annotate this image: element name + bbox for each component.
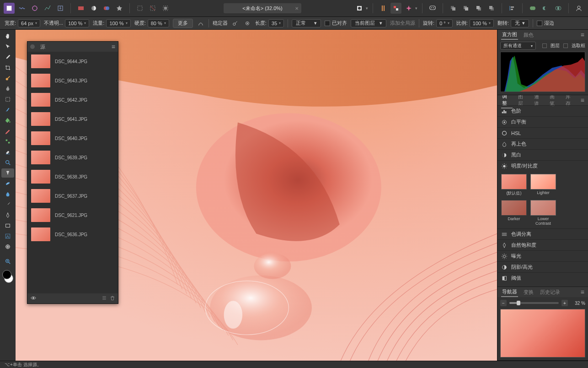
source-item[interactable]: DSC_9638.JPG xyxy=(27,167,118,186)
arrange-back-icon[interactable] xyxy=(448,3,459,14)
assistant-icon[interactable] xyxy=(403,3,414,14)
opacity-input[interactable]: 100 %▾ xyxy=(65,19,89,27)
preset-item[interactable]: Darker xyxy=(501,200,527,226)
tab-navigator[interactable]: 导航器 xyxy=(501,287,518,297)
rotate-input[interactable]: 0 °▾ xyxy=(436,19,453,27)
adjustment-item[interactable]: 阴影/高光 xyxy=(497,261,588,272)
panel-menu-icon[interactable]: ≡ xyxy=(112,43,115,50)
persona-photo-icon[interactable] xyxy=(4,3,15,14)
panel-menu-icon[interactable]: ≡ xyxy=(581,31,584,38)
hardness-input[interactable]: 80 %▾ xyxy=(148,19,169,27)
color-swatches[interactable] xyxy=(1,270,14,283)
stabilizer-rope-icon[interactable] xyxy=(231,19,240,27)
source-item[interactable]: DSC_9621.JPG xyxy=(27,206,118,225)
tab-histogram[interactable]: 直方图 xyxy=(501,30,518,40)
adjustment-item[interactable]: 曝光 xyxy=(497,250,588,261)
source-item[interactable]: DSC_9641.JPG xyxy=(27,109,118,129)
selection-brush-icon[interactable] xyxy=(1,74,14,83)
quickmask-icon[interactable] xyxy=(354,3,365,14)
autolevels-icon[interactable] xyxy=(88,3,99,14)
blur-tool-icon[interactable] xyxy=(1,189,14,199)
source-item[interactable]: DSC_9637.JPG xyxy=(27,186,118,206)
visibility-icon[interactable] xyxy=(30,295,37,302)
mesh-tool-icon[interactable] xyxy=(1,242,14,251)
colorpicker-tool-icon[interactable] xyxy=(1,53,14,62)
zoom2-tool-icon[interactable] xyxy=(1,257,14,266)
adjustment-item[interactable]: HSL xyxy=(497,127,588,138)
selection-checkbox[interactable] xyxy=(563,43,568,48)
adjustment-item[interactable]: 明度/对比度 xyxy=(497,160,588,171)
arrange-front-icon[interactable] xyxy=(486,3,497,14)
navigator-preview[interactable] xyxy=(500,309,585,357)
global-source-button[interactable]: 添加全局源 xyxy=(390,20,415,27)
panel-menu-icon[interactable]: ≡ xyxy=(581,97,584,104)
invertselect-icon[interactable] xyxy=(160,3,171,14)
persona-export-icon[interactable] xyxy=(55,3,66,14)
width-input[interactable]: 64 px▾ xyxy=(18,19,40,27)
persona-tonemap-icon[interactable] xyxy=(42,3,53,14)
source-item[interactable]: DSC_9642.JPG xyxy=(27,90,118,109)
deselect-icon[interactable] xyxy=(147,3,158,14)
flow-input[interactable]: 100 %▾ xyxy=(106,19,130,27)
autocolor-icon[interactable] xyxy=(75,3,86,14)
move-tool-icon[interactable] xyxy=(1,42,14,51)
pixel-tool-icon[interactable] xyxy=(1,137,14,146)
channel-select[interactable]: 所有通道▾ xyxy=(500,42,536,50)
boolean-subtract-icon[interactable] xyxy=(540,3,551,14)
adjustment-item[interactable]: 黑白 xyxy=(497,149,588,160)
boolean-intersect-icon[interactable] xyxy=(553,3,564,14)
preset-item[interactable]: Lighter xyxy=(530,174,556,196)
heal-tool-icon[interactable] xyxy=(1,179,14,188)
fg-color-swatch[interactable] xyxy=(2,270,11,279)
text-tool-icon[interactable]: A xyxy=(1,232,14,241)
wetedge-checkbox[interactable] xyxy=(537,21,542,26)
selectall-icon[interactable] xyxy=(134,3,145,14)
list-icon[interactable] xyxy=(102,295,107,302)
blend-select[interactable]: 正常▾ xyxy=(292,19,321,27)
source-item[interactable]: DSC_9639.JPG xyxy=(27,148,118,167)
persona-develop-icon[interactable] xyxy=(29,3,40,14)
source-item[interactable]: DSC_9643.JPG xyxy=(27,71,118,90)
zoom-in-button[interactable]: + xyxy=(561,300,568,306)
preset-item[interactable]: Lower Contrast xyxy=(530,200,556,226)
arrange-backone-icon[interactable] xyxy=(460,3,471,14)
paint-brush-icon[interactable] xyxy=(1,105,14,114)
erase-tool-icon[interactable] xyxy=(1,147,14,157)
clone-tool-icon[interactable] xyxy=(1,168,14,178)
adjustment-item[interactable]: 再上色 xyxy=(497,138,588,149)
adjustment-item[interactable]: 自然饱和度 xyxy=(497,239,588,250)
boolean-add-icon[interactable] xyxy=(527,3,538,14)
fill-tool-icon[interactable] xyxy=(1,116,14,125)
align-icon[interactable] xyxy=(507,3,518,14)
pressure-icon[interactable] xyxy=(197,19,205,27)
document-close-icon[interactable]: ✕ xyxy=(295,6,299,11)
crop-tool-icon[interactable] xyxy=(1,63,14,72)
hand-tool-icon[interactable] xyxy=(1,32,14,41)
dodge-tool-icon[interactable] xyxy=(1,200,14,209)
adjustment-item[interactable]: 色阶 xyxy=(497,105,588,116)
layer-checkbox[interactable] xyxy=(542,43,547,48)
rectangle-tool-icon[interactable] xyxy=(1,221,14,230)
adjustment-item[interactable]: 色调分离 xyxy=(497,228,588,239)
account-icon[interactable] xyxy=(573,3,584,14)
persona-liquify-icon[interactable] xyxy=(16,3,27,14)
source-item[interactable]: DSC_9644.JPG xyxy=(27,52,118,71)
tab-history[interactable]: 历史记录 xyxy=(539,288,561,297)
source-item[interactable]: DSC_9640.JPG xyxy=(27,129,118,148)
preset-item[interactable]: (默认值) xyxy=(501,174,527,196)
zoom-tool-icon[interactable] xyxy=(1,158,14,167)
scale-input[interactable]: 100 %▾ xyxy=(470,19,494,27)
panel-menu-icon[interactable]: ≡ xyxy=(581,288,584,296)
pen-tool-icon[interactable] xyxy=(1,211,14,220)
panel-collapse-dot[interactable] xyxy=(30,44,35,49)
tab-color[interactable]: 颜色 xyxy=(523,31,535,39)
autowb-icon[interactable] xyxy=(114,3,125,14)
layer-select[interactable]: 当前图层▾ xyxy=(351,19,386,27)
aligned-checkbox[interactable] xyxy=(325,21,330,26)
force-pixel-icon[interactable] xyxy=(390,3,401,14)
flip-select[interactable]: 无▾ xyxy=(511,19,529,27)
marquee-tool-icon[interactable] xyxy=(1,95,14,104)
tab-transform[interactable]: 变换 xyxy=(523,288,535,297)
zoom-out-button[interactable]: − xyxy=(500,300,507,306)
zoom-slider[interactable] xyxy=(509,302,559,304)
